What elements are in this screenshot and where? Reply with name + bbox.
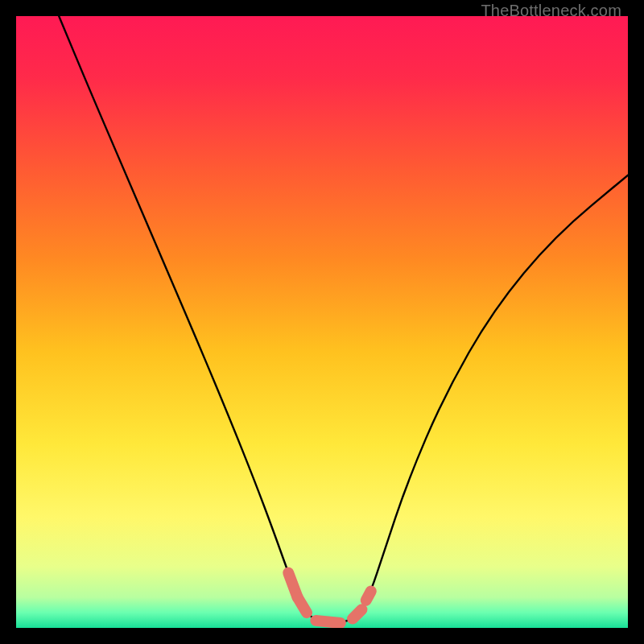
chart-frame: [16, 16, 628, 628]
highlight-segment: [316, 621, 340, 623]
watermark-text: TheBottleneck.com: [481, 2, 621, 20]
bottleneck-curve: [16, 16, 628, 628]
highlight-segment: [353, 609, 361, 618]
curve-path: [59, 16, 628, 623]
highlight-segment: [366, 591, 371, 600]
highlight-segments: [288, 573, 371, 623]
highlight-segment: [298, 597, 307, 613]
